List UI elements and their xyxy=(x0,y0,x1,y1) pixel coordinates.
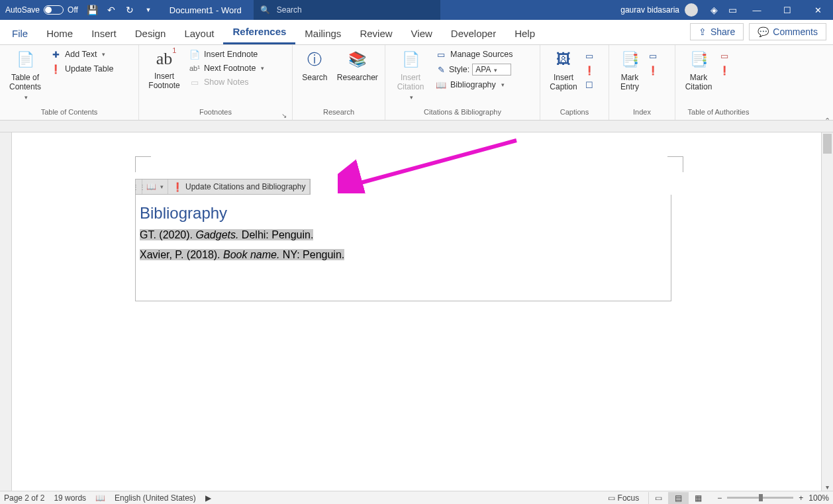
mark-entry-button[interactable]: 📑 Mark Entry xyxy=(613,48,646,93)
manage-sources-button[interactable]: ▭Manage Sources xyxy=(433,48,516,61)
page-indicator[interactable]: Page 2 of 2 xyxy=(4,493,44,503)
next-footnote-icon: ab¹ xyxy=(189,64,200,72)
caption-opt2-icon[interactable]: ❗ xyxy=(584,65,595,76)
bibliography-icon: 📖 xyxy=(436,79,446,90)
group-label-research: Research xyxy=(297,108,381,120)
table-of-contents-button[interactable]: 📄 Table of Contents▾ xyxy=(4,48,46,102)
bibliography-menu-button[interactable]: 📖▾ xyxy=(142,179,168,194)
autosave-label: AutoSave xyxy=(5,5,40,15)
tab-references[interactable]: References xyxy=(223,21,295,44)
vertical-scrollbar[interactable]: ▴ ▾ xyxy=(821,132,833,491)
book-icon: 📖 xyxy=(146,182,156,191)
bibliography-heading: Bibliography xyxy=(140,204,667,223)
group-label-captions: Captions xyxy=(544,108,605,120)
caption-opt1-icon[interactable]: ▭ xyxy=(584,50,595,61)
collapse-ribbon-icon[interactable]: ⌃ xyxy=(824,117,830,125)
zoom-slider[interactable] xyxy=(727,497,793,499)
insert-endnote-button[interactable]: 📄Insert Endnote xyxy=(187,48,267,61)
margin-marker-tr xyxy=(667,156,683,172)
next-footnote-button[interactable]: ab¹Next Footnote▾ xyxy=(187,62,267,74)
customize-qat-icon[interactable]: ▼ xyxy=(139,0,158,20)
share-icon: ⇪ xyxy=(699,26,707,37)
footnote-icon: ab1 xyxy=(156,49,173,69)
minimize-button[interactable]: — xyxy=(742,0,772,20)
document-title: Document1 - Word xyxy=(158,5,254,15)
zoom-out-button[interactable]: − xyxy=(717,493,722,503)
horizontal-ruler[interactable] xyxy=(0,121,833,132)
update-citations-label: Update Citations and Bibliography xyxy=(185,182,305,191)
bibliography-button[interactable]: 📖Bibliography▾ xyxy=(433,78,516,91)
zoom-thumb[interactable] xyxy=(759,494,763,501)
scrollbar-thumb[interactable] xyxy=(823,134,832,154)
undo-icon[interactable]: ↶ xyxy=(102,0,121,20)
macro-icon[interactable]: ▶ xyxy=(205,493,211,503)
language-indicator[interactable]: English (United States) xyxy=(115,493,196,503)
maximize-button[interactable]: ☐ xyxy=(772,0,803,20)
share-button[interactable]: ⇪Share xyxy=(690,23,744,40)
style-row: ✎ Style: APA ▾ xyxy=(433,62,516,77)
autosave-toggle[interactable]: AutoSave Off xyxy=(0,5,83,15)
search-button[interactable]: ⓘ Search xyxy=(297,48,333,83)
print-layout-button[interactable]: ▤ xyxy=(668,492,688,504)
researcher-button[interactable]: 📚 Researcher xyxy=(334,48,381,83)
tab-developer[interactable]: Developer xyxy=(442,23,505,44)
tab-layout[interactable]: Layout xyxy=(175,23,223,44)
zoom-in-button[interactable]: + xyxy=(799,493,803,503)
diamond-icon[interactable]: ◈ xyxy=(705,0,723,20)
caption-opt3-icon[interactable]: ☐ xyxy=(584,79,595,90)
index-opt2-icon[interactable]: ❗ xyxy=(648,65,658,76)
autosave-state: Off xyxy=(68,5,78,15)
tab-file[interactable]: File xyxy=(3,23,37,44)
bibliography-content[interactable]: Bibliography GT. (2020). Gadgets. Delhi:… xyxy=(135,195,671,301)
web-layout-button[interactable]: ▦ xyxy=(688,492,708,504)
save-icon[interactable]: 💾 xyxy=(83,0,102,20)
toa-opt1-icon[interactable]: ▭ xyxy=(719,50,730,61)
tab-design[interactable]: Design xyxy=(126,23,175,44)
zoom-level[interactable]: 100% xyxy=(808,493,829,503)
group-label-citations: Citations & Bibliography xyxy=(389,108,536,120)
redo-icon[interactable]: ↻ xyxy=(121,0,139,20)
mark-citation-button[interactable]: 📑 Mark Citation xyxy=(679,48,718,93)
bibliography-entry: Xavier, P. (2018). Book name. NY: Pengui… xyxy=(140,249,667,261)
add-text-button[interactable]: ✚Add Text▾ xyxy=(48,48,116,61)
read-mode-button[interactable]: ▭ xyxy=(648,492,668,504)
insert-citation-icon: 📄 xyxy=(400,49,421,70)
scroll-down-icon[interactable]: ▾ xyxy=(822,483,833,491)
tab-home[interactable]: Home xyxy=(37,23,82,44)
group-label-toa: Table of Authorities xyxy=(679,108,758,120)
close-button[interactable]: ✕ xyxy=(803,0,833,20)
footnotes-dialog-launcher[interactable]: ↘ xyxy=(281,112,287,119)
search-box[interactable]: 🔍 Search xyxy=(254,0,440,20)
tab-review[interactable]: Review xyxy=(350,23,401,44)
user-account[interactable]: gaurav bidasaria xyxy=(614,3,705,17)
tab-help[interactable]: Help xyxy=(505,23,544,44)
toa-opt2-icon[interactable]: ❗ xyxy=(719,65,730,76)
update-table-button[interactable]: ❗Update Table xyxy=(48,62,116,76)
proofing-icon[interactable]: 📖 xyxy=(95,493,105,503)
display-options-icon[interactable]: ▭ xyxy=(723,0,742,20)
index-opt1-icon[interactable]: ▭ xyxy=(648,50,658,61)
bibliography-entry: GT. (2020). Gadgets. Delhi: Penguin. xyxy=(140,229,667,241)
tab-insert[interactable]: Insert xyxy=(82,23,126,44)
insert-caption-icon: 🖼 xyxy=(553,49,574,70)
bibliography-handle-icon[interactable]: ⋮⋮ xyxy=(136,179,142,194)
update-citations-button[interactable]: ❗ Update Citations and Bibliography xyxy=(168,179,310,194)
style-icon: ✎ xyxy=(436,64,446,75)
manage-sources-icon: ▭ xyxy=(436,49,446,60)
add-text-icon: ✚ xyxy=(50,49,61,60)
word-count[interactable]: 19 words xyxy=(54,493,86,503)
comments-button[interactable]: 💬Comments xyxy=(749,23,826,40)
tab-mailings[interactable]: Mailings xyxy=(295,23,350,44)
style-select[interactable]: APA ▾ xyxy=(472,64,511,76)
show-notes-button: ▭Show Notes xyxy=(187,76,267,89)
zoom-control: − + 100% xyxy=(717,493,829,503)
insert-footnote-button[interactable]: ab1 Insert Footnote xyxy=(143,48,185,91)
tab-view[interactable]: View xyxy=(402,23,442,44)
focus-mode[interactable]: ▭ Focus xyxy=(608,493,639,503)
insert-caption-button[interactable]: 🖼 Insert Caption xyxy=(544,48,583,93)
mark-citation-icon: 📑 xyxy=(688,49,709,70)
bibliography-field[interactable]: ⋮⋮ 📖▾ ❗ Update Citations and Bibliograph… xyxy=(135,179,671,301)
document-canvas[interactable]: ⋮⋮ 📖▾ ❗ Update Citations and Bibliograph… xyxy=(12,132,821,491)
show-notes-icon: ▭ xyxy=(189,77,200,87)
vertical-ruler[interactable] xyxy=(0,132,12,491)
